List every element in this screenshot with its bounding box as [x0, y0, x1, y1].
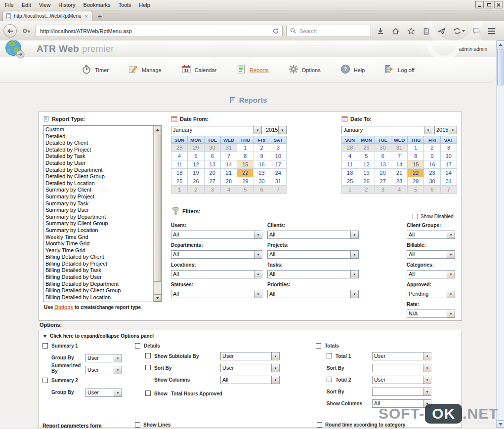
round-time-checkbox[interactable]	[317, 422, 322, 428]
dropdown-arrow-icon[interactable]: ▼	[350, 251, 358, 258]
dropdown-arrow-icon[interactable]: ▼	[424, 126, 432, 134]
dropdown-arrow-icon[interactable]: ▼	[114, 366, 122, 374]
maximize-button[interactable]	[485, 1, 493, 8]
share-icon[interactable]	[451, 25, 467, 37]
calendar-day[interactable]: 12	[188, 160, 204, 169]
filter-projects-select[interactable]: All▼	[267, 250, 359, 259]
dropdown-arrow-icon[interactable]: ▼	[423, 376, 431, 384]
calendar-day[interactable]: 8	[237, 152, 253, 160]
date-to-year-select[interactable]: 2015▼	[434, 126, 457, 134]
calendar-day[interactable]: 19	[188, 169, 204, 177]
calendar-day[interactable]: 24	[440, 169, 457, 177]
calendar-day[interactable]: 30	[253, 177, 270, 186]
send-icon[interactable]	[436, 25, 448, 37]
menu-history[interactable]: History	[54, 0, 79, 9]
calendar-day[interactable]: 30	[375, 144, 391, 152]
menu-tools[interactable]: Tools	[115, 0, 135, 9]
filter-clients-select[interactable]: All▼	[267, 231, 359, 239]
filter-priorities-select[interactable]: All▼	[267, 290, 359, 298]
menu-view[interactable]: View	[35, 0, 55, 9]
report-type-option[interactable]: Detailed by Location	[44, 180, 153, 187]
calendar-day[interactable]: 11	[342, 160, 358, 169]
calendar-day[interactable]: 3	[270, 144, 286, 152]
bookmark-star-icon[interactable]	[405, 25, 417, 37]
calendar-day[interactable]: 18	[342, 169, 358, 177]
calendar-day[interactable]: 6	[424, 186, 440, 194]
calendar-day[interactable]: 18	[171, 169, 188, 177]
dropdown-arrow-icon[interactable]: ▼	[423, 388, 431, 395]
show-disabled-checkbox[interactable]	[413, 214, 418, 219]
dropdown-arrow-icon[interactable]: ▼	[449, 126, 457, 134]
dropdown-arrow-icon[interactable]: ▼	[254, 251, 262, 258]
report-type-option[interactable]: Detailed	[44, 133, 153, 140]
report-type-option[interactable]: Billing Detailed by Client Group	[44, 287, 153, 294]
calendar-day[interactable]: 4	[391, 186, 407, 194]
calendar-day[interactable]: 17	[440, 160, 457, 169]
scroll-thumb[interactable]	[154, 134, 161, 282]
calendar-day[interactable]: 28	[171, 144, 188, 152]
calendar-day[interactable]: 24	[270, 169, 286, 177]
calendar-day[interactable]: 15	[408, 160, 424, 169]
calendar-day[interactable]: 31	[220, 144, 237, 152]
totals-sort-by-1-select[interactable]: ▼	[372, 364, 431, 372]
menu-bookmarks[interactable]: Bookmarks	[80, 0, 115, 9]
calendar-day[interactable]: 27	[204, 177, 220, 186]
url-text[interactable]: http://localhost/ATRWeb/RptMenu.asp	[40, 28, 268, 34]
calendar-day[interactable]: 2	[253, 144, 270, 152]
calendar-day[interactable]: 7	[391, 152, 407, 160]
date-to-month-select[interactable]: January▼	[341, 126, 432, 134]
options-link[interactable]: Options	[54, 305, 73, 310]
filter-tasks-select[interactable]: All▼	[267, 270, 359, 278]
menu-edit[interactable]: Edit	[18, 0, 35, 9]
summary-1-checkbox[interactable]	[42, 343, 48, 349]
report-type-option[interactable]: Summary by User	[44, 207, 153, 214]
dropdown-arrow-icon[interactable]: ▼	[254, 290, 262, 298]
close-button[interactable]	[494, 1, 503, 8]
details-checkbox[interactable]	[135, 343, 140, 349]
report-type-option[interactable]: Summary by Client	[44, 187, 153, 194]
dropdown-arrow-icon[interactable]: ▼	[271, 352, 279, 360]
calendar-day[interactable]: 19	[358, 169, 375, 177]
date-from-month-select[interactable]: January▼	[171, 126, 262, 134]
filter-statuses-select[interactable]: All▼	[171, 290, 262, 298]
dropdown-arrow-icon[interactable]: ▼	[447, 271, 455, 278]
new-tab-button[interactable]: +	[93, 11, 106, 21]
dropdown-arrow-icon[interactable]: ▼	[350, 290, 358, 298]
filter-locations-select[interactable]: All▼	[171, 270, 262, 278]
nav-item-manage[interactable]: Manage	[128, 64, 162, 76]
filter-billable-select[interactable]: All▼	[407, 250, 455, 259]
report-type-option[interactable]: Summary by Project	[44, 194, 153, 200]
calendar-day[interactable]: 17	[270, 160, 286, 169]
calendar-day[interactable]: 31	[391, 144, 407, 152]
calendar-day[interactable]: 23	[424, 169, 440, 177]
calendar-day[interactable]: 3	[204, 186, 220, 194]
back-button[interactable]	[3, 24, 17, 38]
scroll-up-button[interactable]	[497, 40, 504, 48]
report-type-option[interactable]: Summary by Client Group	[44, 220, 153, 227]
report-type-option[interactable]: Billing Detailed by User	[44, 274, 153, 281]
calendar-day[interactable]: 1	[171, 186, 188, 194]
calendar-day[interactable]: 9	[424, 152, 440, 160]
calendar-day[interactable]: 25	[171, 177, 188, 186]
nav-item-timer[interactable]: Timer	[82, 64, 109, 76]
search-box[interactable]: Search	[286, 25, 371, 37]
url-bar[interactable]: http://localhost/ATRWeb/RptMenu.asp	[36, 25, 283, 37]
calendar-day[interactable]: 5	[237, 186, 253, 194]
calendar-day[interactable]: 5	[408, 186, 424, 194]
dropdown-arrow-icon[interactable]: ▼	[278, 126, 286, 134]
filter-rate-select[interactable]: N/A▼	[407, 310, 455, 318]
menu-help[interactable]: Help	[135, 0, 154, 9]
details-sort-by-select[interactable]: User▼	[220, 364, 280, 372]
totals-total-2-checkbox[interactable]	[327, 377, 332, 382]
calendar-day[interactable]: 7	[220, 152, 237, 160]
calendar-day[interactable]: 29	[358, 144, 375, 152]
calendar-day[interactable]: 29	[408, 177, 424, 186]
calendar-day[interactable]: 1	[237, 144, 253, 152]
calendar-day[interactable]: 21	[391, 169, 407, 177]
calendar-day[interactable]: 13	[204, 160, 220, 169]
date-from-year-select[interactable]: 2015▼	[264, 126, 287, 134]
calendar-day[interactable]: 29	[237, 177, 253, 186]
details-show-subtotals-by-select[interactable]: User▼	[220, 352, 280, 360]
calendar-day[interactable]: 14	[391, 160, 407, 169]
summary-2-checkbox[interactable]	[42, 378, 48, 383]
